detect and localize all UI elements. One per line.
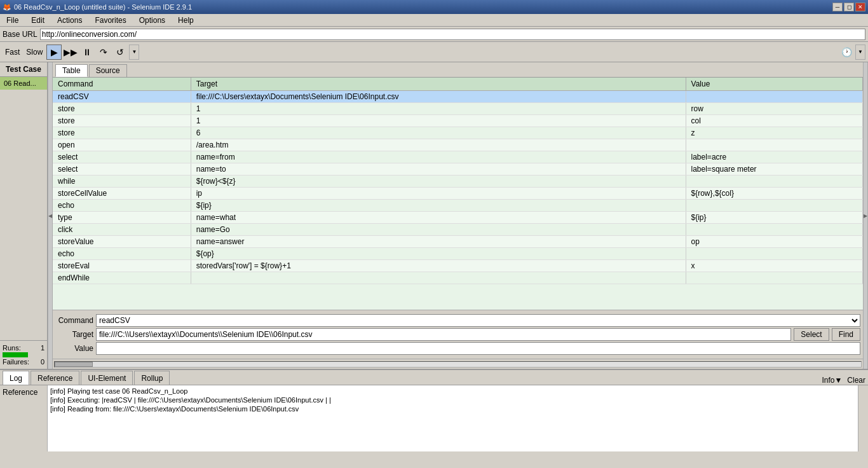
log-scrollbar[interactable]	[858, 385, 868, 451]
clock-dropdown-button[interactable]: ▼	[855, 45, 865, 60]
cell-value: label=square meter	[686, 163, 862, 176]
table-row[interactable]: open/area.htm	[53, 139, 863, 151]
tab-rollup[interactable]: Rollup	[134, 371, 170, 385]
table-row[interactable]: selectname=fromlabel=acre	[53, 151, 863, 163]
base-url-label: Base URL	[3, 30, 37, 39]
table-row[interactable]: clickname=Go	[53, 224, 863, 236]
cell-target: 1	[191, 115, 686, 127]
menu-file[interactable]: File	[3, 14, 22, 26]
cell-command: store	[53, 103, 191, 115]
tab-source[interactable]: Source	[89, 64, 127, 77]
play-button[interactable]: ▶	[46, 45, 62, 60]
table-row[interactable]: readCSVfile:///C:\Users\extayx\Documents…	[53, 91, 863, 103]
table-row[interactable]: selectname=tolabel=square meter	[53, 163, 863, 176]
table-row[interactable]: store6z	[53, 127, 863, 139]
menu-edit[interactable]: Edit	[27, 14, 48, 26]
select-button[interactable]: Select	[794, 328, 829, 341]
cell-target: /area.htm	[191, 139, 686, 151]
test-case-header: Test Case	[0, 62, 47, 77]
cell-value	[686, 200, 862, 212]
close-button[interactable]: ✕	[855, 3, 865, 11]
log-container: Reference [info] Playing test case 06 Re…	[0, 385, 868, 451]
log-line-3: [info] Reading from: file:///C:\Users\ex…	[50, 404, 855, 413]
menu-actions[interactable]: Actions	[53, 14, 86, 26]
bottom-tab-actions: Info▼ Clear	[822, 376, 868, 385]
cell-command: select	[53, 151, 191, 163]
cell-command: open	[53, 139, 191, 151]
target-row: Target Select Find	[55, 328, 860, 341]
cell-value	[686, 272, 862, 284]
log-area[interactable]: [info] Playing test case 06 ReadCsv_n_Lo…	[48, 385, 858, 451]
play-dropdown-button[interactable]: ▼	[129, 45, 139, 60]
hscroll-track[interactable]	[54, 361, 862, 368]
cell-command: store	[53, 115, 191, 127]
clear-button[interactable]: Clear	[847, 376, 865, 385]
test-case-stats: Runs: 1 Failures: 0	[0, 340, 47, 369]
cell-command: select	[53, 163, 191, 176]
reference-label: Reference	[3, 388, 44, 397]
table-row[interactable]: storeEvalstoredVars['row'] = ${row}+1x	[53, 260, 863, 272]
cell-target: storedVars['row'] = ${row}+1	[191, 260, 686, 272]
cell-target: name=to	[191, 163, 686, 176]
left-collapse-handle[interactable]: ◀	[48, 62, 53, 369]
find-button[interactable]: Find	[832, 328, 860, 341]
value-editor-input[interactable]	[96, 342, 860, 355]
command-table-wrapper[interactable]: Command Target Value readCSVfile:///C:\U…	[53, 78, 863, 310]
horizontal-scrollbar[interactable]	[53, 359, 863, 369]
table-row[interactable]: echo${op}	[53, 248, 863, 260]
cell-command: storeCellValue	[53, 188, 191, 200]
tab-reference[interactable]: Reference	[31, 371, 79, 385]
info-button[interactable]: Info▼	[822, 376, 842, 385]
cell-target: ${row}<${z}	[191, 176, 686, 188]
table-row[interactable]: store1col	[53, 115, 863, 127]
table-header-row: Command Target Value	[53, 78, 863, 91]
main-area: Test Case 06 Read... Runs: 1 Failures: 0…	[0, 62, 868, 369]
runs-bar-row	[3, 352, 44, 357]
right-collapse-handle[interactable]: ▶	[863, 62, 868, 369]
table-row[interactable]: while${row}<${z}	[53, 176, 863, 188]
base-url-bar: Base URL	[0, 27, 868, 42]
command-row: Command readCSV	[55, 314, 860, 327]
pause-button[interactable]: ⏸	[79, 45, 95, 60]
table-row[interactable]: typename=what${ip}	[53, 212, 863, 224]
cell-value: op	[686, 236, 862, 248]
value-row: Value	[55, 342, 860, 355]
menu-help[interactable]: Help	[174, 14, 198, 26]
step-button[interactable]: ↷	[96, 45, 111, 60]
table-row[interactable]: storeCellValueip${row},${col}	[53, 188, 863, 200]
runs-progress-bar	[3, 352, 28, 357]
table-row[interactable]: endWhile	[53, 272, 863, 284]
table-row[interactable]: echo${ip}	[53, 200, 863, 212]
base-url-input[interactable]	[40, 29, 865, 40]
cell-command: echo	[53, 248, 191, 260]
tab-table[interactable]: Table	[55, 64, 88, 77]
cell-target	[191, 272, 686, 284]
test-case-list: 06 Read...	[0, 77, 47, 340]
test-case-item[interactable]: 06 Read...	[0, 77, 47, 90]
clock-button[interactable]: 🕐	[839, 45, 854, 60]
play-dropdown: ▼	[129, 45, 139, 60]
restore-button[interactable]: ◻	[844, 3, 854, 11]
command-table: Command Target Value readCSVfile:///C:\U…	[53, 78, 863, 284]
content-area: Table Source Command Target Value readCS…	[53, 62, 863, 369]
table-row[interactable]: storeValuename=answerop	[53, 236, 863, 248]
minimize-button[interactable]: ─	[832, 3, 843, 11]
tab-log[interactable]: Log	[3, 371, 29, 385]
toolbar: Fast Slow ▶ ▶▶ ⏸ ↷ ↺ ▼ 🕐 ▼	[0, 42, 868, 62]
cell-value: row	[686, 103, 862, 115]
col-header-value: Value	[686, 78, 862, 91]
command-editor-select[interactable]: readCSV	[96, 314, 860, 327]
play-suite-button[interactable]: ▶▶	[63, 45, 78, 60]
cell-target: name=answer	[191, 236, 686, 248]
reload-button[interactable]: ↺	[112, 45, 128, 60]
cell-value	[686, 91, 862, 103]
target-editor-input[interactable]	[96, 328, 791, 341]
target-editor-label: Target	[55, 330, 93, 339]
cell-target: ${op}	[191, 248, 686, 260]
command-editor: Command readCSV Target Select Find Value	[53, 310, 863, 359]
menu-favorites[interactable]: Favorites	[91, 14, 130, 26]
menu-options[interactable]: Options	[135, 14, 169, 26]
tab-ui-element[interactable]: UI-Element	[81, 371, 133, 385]
hscroll-thumb[interactable]	[55, 362, 93, 367]
table-row[interactable]: store1row	[53, 103, 863, 115]
